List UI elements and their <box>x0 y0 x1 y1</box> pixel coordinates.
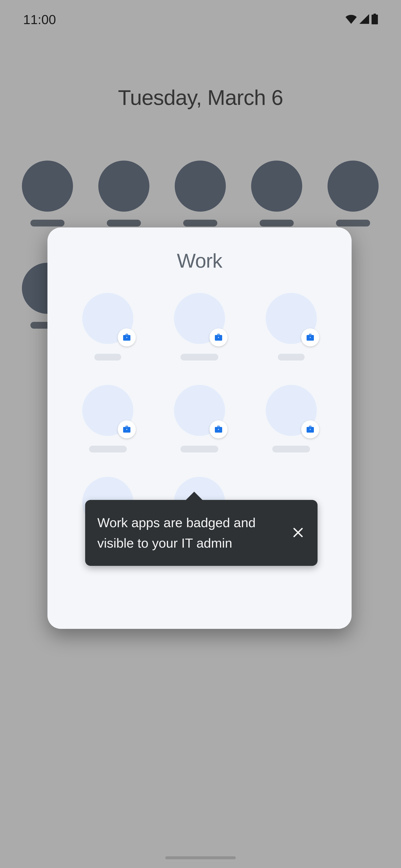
work-app[interactable] <box>82 293 133 361</box>
briefcase-badge-icon <box>118 421 136 438</box>
briefcase-badge-icon <box>118 329 136 346</box>
briefcase-badge-icon <box>210 329 227 346</box>
modal-title: Work <box>62 249 337 272</box>
battery-icon <box>372 13 378 25</box>
tooltip-arrow-icon <box>185 492 204 501</box>
work-app[interactable] <box>266 385 317 453</box>
work-app[interactable] <box>266 293 317 361</box>
tooltip-text: Work apps are badged and visible to your… <box>97 513 282 553</box>
work-app[interactable] <box>174 385 225 453</box>
svg-rect-5 <box>310 429 310 430</box>
svg-rect-4 <box>218 429 219 430</box>
cell-signal-icon <box>360 14 369 25</box>
svg-rect-0 <box>126 337 127 338</box>
app-label-placeholder <box>181 354 218 361</box>
status-icons <box>345 13 378 25</box>
briefcase-badge-icon <box>301 329 319 346</box>
svg-rect-2 <box>310 337 310 338</box>
work-app[interactable] <box>82 385 133 453</box>
briefcase-badge-icon <box>301 421 319 438</box>
app-label-placeholder <box>181 446 218 453</box>
work-app[interactable] <box>174 293 225 361</box>
app-label-placeholder <box>89 446 127 453</box>
info-tooltip: Work apps are badged and visible to your… <box>85 500 317 566</box>
app-label-placeholder <box>272 446 310 453</box>
status-bar: 11:00 <box>0 0 401 39</box>
close-button[interactable] <box>289 525 307 541</box>
svg-rect-1 <box>218 337 219 338</box>
svg-rect-3 <box>126 429 127 430</box>
work-folder-modal: Work <box>48 227 351 629</box>
briefcase-badge-icon <box>210 421 227 438</box>
close-icon <box>291 526 305 540</box>
status-time: 11:00 <box>23 12 56 27</box>
app-label-placeholder <box>94 354 121 361</box>
nav-handle[interactable] <box>165 856 236 859</box>
wifi-icon <box>345 14 357 25</box>
app-label-placeholder <box>278 354 305 361</box>
